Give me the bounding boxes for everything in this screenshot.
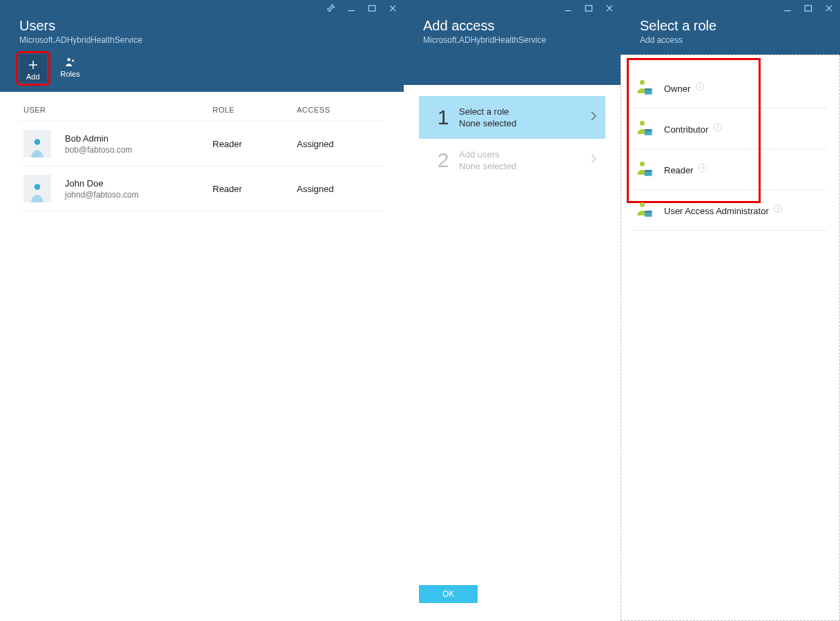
step-title: Select a role (459, 106, 590, 117)
minimize-icon[interactable] (782, 3, 793, 14)
role-label: Owner (664, 83, 690, 93)
users-table: USER ROLE ACCESS Bob Admin bob@fabtoso.c… (0, 92, 404, 211)
maximize-icon[interactable] (803, 3, 814, 14)
chevron-right-icon (590, 153, 597, 167)
add-access-title: Add access (423, 18, 601, 34)
users-title: Users (19, 18, 384, 34)
close-icon[interactable] (604, 3, 615, 14)
add-access-steps: 1 Select a role None selected 2 Add user… (404, 85, 621, 577)
add-button[interactable]: Add (19, 55, 47, 82)
close-icon[interactable] (823, 3, 834, 14)
avatar (23, 130, 51, 157)
user-role: Reader (213, 184, 297, 194)
col-user-header: USER (19, 106, 213, 114)
svg-rect-13 (805, 6, 811, 11)
user-name: Bob Admin (65, 133, 133, 144)
users-table-header: USER ROLE ACCESS (19, 106, 384, 122)
role-label: Reader (664, 164, 694, 175)
step-select-role[interactable]: 1 Select a role None selected (419, 96, 605, 139)
users-subtitle: Microsoft.ADHybridHealthService (19, 35, 384, 45)
role-reader[interactable]: Reader i (634, 149, 827, 190)
step-subtitle: None selected (459, 118, 590, 128)
svg-rect-24 (645, 170, 652, 172)
svg-rect-0 (348, 10, 354, 11)
minimize-icon[interactable] (346, 3, 357, 14)
minimize-icon[interactable] (563, 3, 574, 14)
role-contributor[interactable]: Contributor i (634, 108, 827, 149)
window-controls (325, 3, 398, 14)
role-owner[interactable]: Owner i (634, 68, 827, 108)
role-label: User Access Administrator (664, 205, 769, 216)
step-title: Add users (459, 149, 590, 160)
window-controls (782, 3, 834, 14)
plus-icon (27, 57, 39, 73)
svg-point-7 (35, 184, 41, 190)
pin-icon[interactable] (325, 3, 336, 14)
select-role-blade: Select a role Add access Owner i (621, 0, 840, 621)
maximize-icon[interactable] (583, 3, 594, 14)
select-role-header: Select a role Add access (621, 0, 840, 55)
info-icon[interactable]: i (774, 204, 782, 213)
roles-button-label: Roles (61, 70, 80, 78)
close-icon[interactable] (387, 3, 398, 14)
select-role-subtitle: Add access (640, 35, 821, 45)
users-blade: Users Microsoft.ADHybridHealthService Ad… (0, 0, 404, 621)
table-row[interactable]: Bob Admin bob@fabtoso.com Reader Assigne… (19, 122, 384, 166)
add-access-subtitle: Microsoft.ADHybridHealthService (423, 35, 601, 45)
step-number: 2 (431, 149, 455, 172)
svg-point-22 (640, 162, 645, 166)
svg-point-16 (640, 80, 645, 85)
svg-point-25 (640, 202, 645, 207)
window-controls (563, 3, 615, 14)
svg-rect-21 (645, 129, 652, 131)
ok-button[interactable]: OK (419, 585, 478, 603)
svg-rect-8 (565, 10, 571, 11)
role-user-access-admin[interactable]: User Access Administrator i (634, 190, 827, 231)
step-number: 1 (431, 106, 455, 129)
user-name: John Doe (65, 178, 139, 189)
svg-point-6 (35, 139, 41, 145)
table-row[interactable]: John Doe johnd@fabtoso.com Reader Assign… (19, 166, 384, 211)
col-access-header: ACCESS (297, 106, 384, 114)
step-add-users[interactable]: 2 Add users None selected (419, 139, 605, 182)
role-label: Contributor (664, 124, 708, 134)
user-access: Assigned (297, 139, 384, 149)
users-blade-header: Users Microsoft.ADHybridHealthService Ad… (0, 0, 404, 92)
user-role: Reader (213, 139, 297, 149)
svg-point-19 (640, 121, 645, 126)
users-toolbar: Add Roles (19, 55, 384, 92)
add-access-header: Add access Microsoft.ADHybridHealthServi… (404, 0, 621, 85)
select-role-title: Select a role (640, 18, 821, 34)
svg-rect-9 (585, 6, 592, 11)
avatar (23, 175, 51, 202)
user-email: johnd@fabtoso.com (65, 190, 139, 200)
info-icon[interactable]: i (714, 123, 722, 131)
add-access-blade: Add access Microsoft.ADHybridHealthServi… (404, 0, 621, 621)
role-icon (635, 160, 654, 178)
svg-point-4 (67, 58, 70, 61)
svg-rect-18 (645, 88, 652, 90)
role-icon (635, 201, 654, 219)
info-icon[interactable]: i (699, 164, 707, 172)
roles-body: Owner i Contributor i Reader (621, 55, 840, 621)
ok-bar: OK (404, 577, 621, 621)
chevron-right-icon (590, 111, 597, 124)
svg-rect-27 (645, 211, 652, 213)
step-subtitle: None selected (459, 161, 590, 171)
user-email: bob@fabtoso.com (65, 145, 133, 155)
svg-point-5 (72, 59, 74, 61)
user-access: Assigned (297, 184, 384, 194)
col-role-header: ROLE (213, 106, 297, 114)
svg-rect-12 (784, 10, 790, 11)
maximize-icon[interactable] (367, 3, 378, 14)
info-icon[interactable]: i (696, 82, 704, 90)
role-icon (635, 120, 654, 137)
role-icon (635, 79, 654, 97)
svg-rect-1 (369, 6, 375, 11)
roles-icon (64, 55, 77, 70)
roles-button[interactable]: Roles (59, 55, 81, 82)
add-button-label: Add (26, 73, 40, 81)
